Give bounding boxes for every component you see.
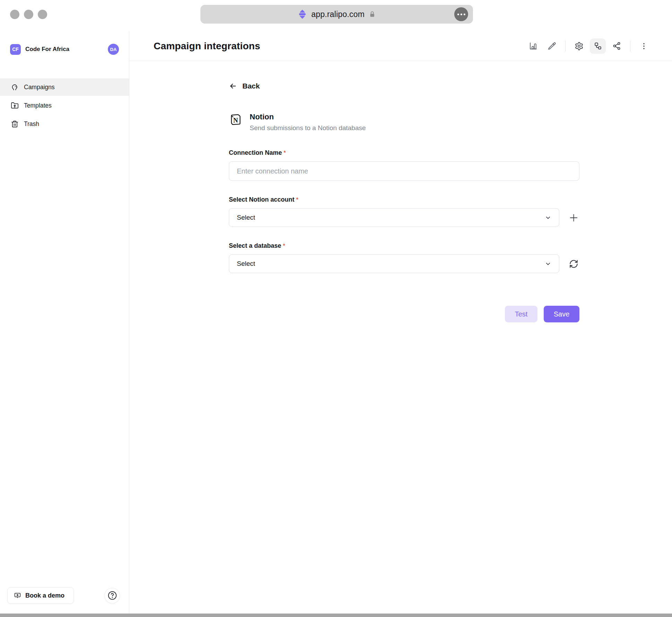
sidebar-bottom: Book a demo <box>7 587 120 604</box>
book-demo-button[interactable]: Book a demo <box>7 587 74 604</box>
integration-header: N Notion Send submissions to a Notion da… <box>229 112 672 132</box>
back-label: Back <box>242 82 260 90</box>
edit-button[interactable] <box>544 39 560 54</box>
lock-icon <box>369 11 376 18</box>
settings-icon <box>575 42 584 51</box>
test-button[interactable]: Test <box>505 306 537 322</box>
workspace-row[interactable]: CF Code For Africa DA <box>10 44 119 55</box>
templates-folder-icon <box>11 102 19 110</box>
required-marker: * <box>296 197 298 203</box>
integrations-button[interactable] <box>590 39 606 54</box>
window-controls[interactable] <box>10 10 47 19</box>
window-close-button[interactable] <box>10 10 19 19</box>
sidebar-item-trash[interactable]: Trash <box>0 115 129 133</box>
save-button[interactable]: Save <box>544 306 579 322</box>
share-icon <box>612 42 621 50</box>
bottom-edge-bar <box>0 614 672 617</box>
sidebar-item-templates[interactable]: Templates <box>0 97 129 114</box>
form-actions: Test Save <box>229 306 579 322</box>
integration-name: Notion <box>250 112 366 121</box>
sidebar: CF Code For Africa DA Campaigns <box>0 31 129 614</box>
address-bar[interactable]: app.ralipo.com <box>200 5 473 24</box>
sidebar-item-campaigns[interactable]: Campaigns <box>0 78 129 96</box>
share-button[interactable] <box>609 39 624 54</box>
url-text: app.ralipo.com <box>311 10 365 19</box>
analytics-button[interactable] <box>525 39 541 54</box>
integration-description: Send submissions to a Notion database <box>250 124 366 132</box>
sidebar-nav: Campaigns Templates <box>0 78 129 133</box>
toolbar-divider <box>630 41 630 52</box>
integration-form: Connection Name* Select Notion account* … <box>229 149 579 322</box>
sidebar-item-label: Templates <box>24 102 52 109</box>
browser-more-button[interactable] <box>454 7 468 21</box>
workspace-name: Code For Africa <box>25 46 69 53</box>
chevron-down-icon <box>545 261 551 267</box>
browser-chrome: app.ralipo.com <box>0 0 672 31</box>
back-button[interactable]: Back <box>229 82 274 90</box>
header-toolbar <box>525 39 652 54</box>
sidebar-item-label: Campaigns <box>24 84 55 91</box>
edit-icon <box>548 42 556 50</box>
more-options-button[interactable] <box>636 39 652 54</box>
question-icon <box>107 590 118 601</box>
notion-account-label: Select Notion account <box>229 196 294 203</box>
add-account-button[interactable] <box>568 212 579 223</box>
integration-detail: Back N Notion Send submissions to a Noti… <box>129 61 672 322</box>
database-selected-value: Select <box>237 260 255 268</box>
required-marker: * <box>284 150 286 156</box>
arrow-left-icon <box>229 82 237 90</box>
integration-title-block: Notion Send submissions to a Notion data… <box>250 112 366 132</box>
chevron-down-icon <box>545 214 551 221</box>
page-title: Campaign integrations <box>154 41 260 52</box>
svg-text:N: N <box>233 117 238 124</box>
refresh-icon <box>569 259 578 269</box>
help-button[interactable] <box>104 588 120 603</box>
analytics-icon <box>529 42 537 50</box>
connection-name-label: Connection Name <box>229 149 282 156</box>
trash-icon <box>11 120 19 128</box>
main-area: Campaign integrations <box>129 31 672 614</box>
window-minimize-button[interactable] <box>24 10 33 19</box>
database-label: Select a database <box>229 242 281 249</box>
more-icon <box>640 42 648 50</box>
workspace-avatar: CF <box>10 44 21 55</box>
database-select[interactable]: Select <box>229 254 559 273</box>
notion-account-select[interactable]: Select <box>229 208 559 227</box>
refresh-databases-button[interactable] <box>568 258 579 270</box>
campaigns-voice-icon <box>11 83 19 91</box>
plus-icon <box>568 212 579 223</box>
presentation-icon <box>14 592 21 599</box>
main-header: Campaign integrations <box>129 31 672 61</box>
user-avatar[interactable]: DA <box>108 44 119 55</box>
book-demo-label: Book a demo <box>25 592 64 599</box>
app-window: CF Code For Africa DA Campaigns <box>0 31 672 614</box>
screen: app.ralipo.com CF Code For Africa DA <box>0 0 672 617</box>
connection-name-input[interactable] <box>229 161 579 181</box>
settings-button[interactable] <box>571 39 587 54</box>
notion-account-selected-value: Select <box>237 214 255 221</box>
sidebar-item-label: Trash <box>24 120 39 128</box>
window-zoom-button[interactable] <box>38 10 47 19</box>
notion-logo-icon: N <box>229 113 241 126</box>
required-marker: * <box>283 243 285 249</box>
toolbar-divider <box>565 41 566 52</box>
site-favicon <box>298 9 307 19</box>
integrations-icon <box>594 42 602 50</box>
